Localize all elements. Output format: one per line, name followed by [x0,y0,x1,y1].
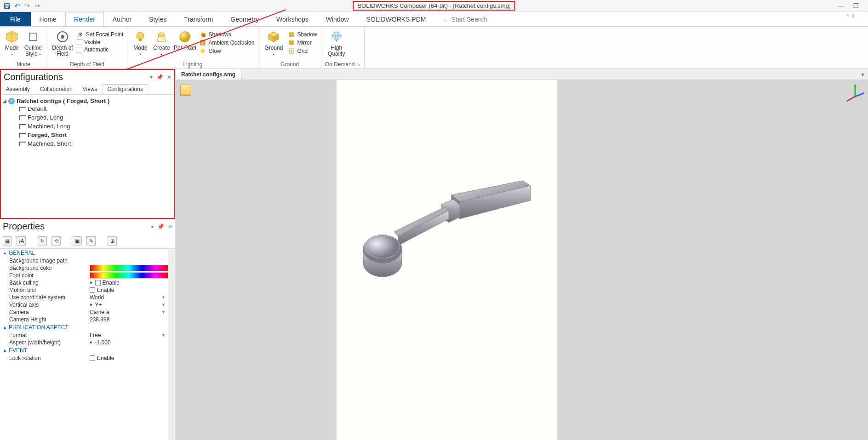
outline-style-button[interactable]: Outline Style ▾ [23,29,43,57]
props-row[interactable]: Lock rotationEnable [0,354,168,362]
pin-icon[interactable]: 📌 [156,74,163,80]
close-icon[interactable]: ✕ [168,223,172,230]
props-row[interactable]: Aspect (width/height)•-1.000 [0,339,168,346]
lighting-mode-button[interactable]: Mode▾ [131,29,149,57]
save-icon[interactable] [3,2,11,10]
prop-tool-camera[interactable]: ▣ [73,236,82,246]
props-row[interactable]: CameraCamera▼ [0,309,168,316]
config-forged-long[interactable]: Forged, Long [3,113,172,122]
tab-pdm[interactable]: SOLIDWORKS PDM [358,12,435,26]
qat-more-icon[interactable]: ═▾ [33,2,41,10]
mode-button[interactable]: Mode▾ [4,29,20,57]
prop-tool-categorize[interactable]: ▦ [3,236,12,246]
ground-grid-button[interactable]: Grid [288,47,317,55]
ambient-occlusion-button[interactable]: Ambient Occlusion [199,39,254,47]
document-tab[interactable]: Ratchet configs.smg [176,69,241,80]
ground-button[interactable]: Ground▾ [262,29,285,57]
tab-styles[interactable]: Styles [140,12,175,26]
config-machined-long[interactable]: Machined, Long [3,122,172,131]
tree-root[interactable]: ◢ Ratchet configs ( Forged, Short ) [3,97,172,104]
props-section-header[interactable]: ▲ PUBLICATION ASPECT [0,323,168,331]
undo-icon[interactable]: ↶ [13,2,21,10]
viewport-mode-icon[interactable] [180,85,191,96]
props-row[interactable]: Back culling•Enable [0,279,168,286]
dof-automatic-checkbox[interactable]: Automatic [77,46,123,53]
axis-triad[interactable] [845,83,865,104]
props-row[interactable]: FormatFree▼ [0,331,168,339]
props-section-header[interactable]: ▲ EVENT [0,346,168,354]
dof-button[interactable]: Depth of Field [51,29,74,57]
lighting-create-button[interactable]: Create▾ [152,29,171,57]
high-quality-label: High Quality [325,45,348,57]
props-row[interactable]: Vertical axis•Y+▼ [0,301,168,309]
ribbon-group-ground: Ground▾ Shadow Mirror Grid Ground [258,27,321,69]
dof-visible-checkbox[interactable]: Visible [77,39,123,46]
config-forged-short[interactable]: Forged, Short [3,131,172,139]
model-ratchet [350,177,534,296]
panel-dropdown-icon[interactable]: ▾ [150,74,153,80]
title-bar: ↶ ↷ ═▾ SOLIDWORKS Composer (64-bit) - [R… [0,0,868,12]
tab-transform[interactable]: Transform [175,12,222,26]
file-menu[interactable]: File [0,12,31,26]
tab-home[interactable]: Home [31,12,65,26]
tab-render[interactable]: Render [65,12,104,26]
props-row[interactable]: Background image path [0,257,168,264]
props-row[interactable]: Use coordinate systemWorld▼ [0,294,168,301]
set-focal-point-button[interactable]: ⊕Set Focal Point [77,30,123,39]
properties-title: Properties [3,221,151,232]
ribbon-group-lighting: Mode▾ Create▾ Per-Pixel Shadows Ambient … [127,27,258,69]
search-input[interactable] [451,16,566,23]
mirror-icon [288,39,295,46]
props-row[interactable]: Background color [0,264,168,272]
launcher-icon[interactable]: ⤡ [357,62,360,67]
tab-workshops[interactable]: Workshops [268,12,317,26]
tab-configurations[interactable]: Configurations [103,84,148,94]
collapse-icon[interactable]: ◢ [3,98,6,103]
high-quality-button[interactable]: High Quality [325,29,348,57]
help-link[interactable]: ㅅ ▯ [845,12,854,26]
prop-tool-refresh[interactable]: ↻ [38,236,47,246]
tab-assembly[interactable]: Assembly [1,84,35,94]
pin-icon[interactable]: 📌 [157,223,164,230]
tab-author[interactable]: Author [104,12,140,26]
tab-views[interactable]: Views [78,84,103,94]
tab-geometry[interactable]: Geometry [222,12,268,26]
svg-point-8 [61,35,64,39]
props-row[interactable]: Foot color [0,272,168,279]
props-row[interactable]: Motion blurEnable [0,286,168,294]
config-machined-short[interactable]: Machined, Short [3,139,172,148]
per-pixel-button[interactable]: Per-Pixel [173,29,196,51]
outline-style-label: Outline Style ▾ [23,45,43,57]
shadows-button[interactable]: Shadows [199,30,254,39]
close-icon[interactable]: ✕ [167,74,171,80]
props-section-header[interactable]: ▲ GENERAL [0,249,168,257]
glow-button[interactable]: Glow [199,47,254,55]
restore-button[interactable]: ❐ [853,2,859,9]
config-default[interactable]: Default [3,104,172,113]
svg-rect-15 [202,34,206,37]
flag-icon [19,107,26,111]
redo-icon[interactable]: ↷ [23,2,31,10]
scrollbar[interactable] [168,249,175,440]
prop-tool-grid[interactable]: ⊞ [108,236,117,246]
ground-shadow-button[interactable]: Shadow [288,30,317,39]
prop-tool-pick[interactable]: ✎ [86,236,96,246]
panel-dropdown-icon[interactable]: ▾ [151,223,154,230]
prop-tool-link[interactable]: ⟲ [51,236,61,246]
group-label-ground: Ground [262,60,317,68]
grid-icon [288,47,295,55]
minimize-button[interactable]: — [838,2,844,9]
ribbon-group-dof: Depth of Field ⊕Set Focal Point Visible … [47,27,127,69]
prop-tool-sort[interactable]: ↓A [17,236,26,246]
focal-icon: ⊕ [77,31,84,38]
tab-collaboration[interactable]: Collaboration [35,84,78,94]
cube-icon [5,29,19,44]
svg-line-40 [847,97,855,101]
configurations-tree: ◢ Ratchet configs ( Forged, Short ) Defa… [1,95,174,166]
lighting-create-label: Create▾ [153,45,170,57]
props-row[interactable]: Camera Height238.998 [0,316,168,323]
doc-tab-dropdown[interactable]: ▾ [857,69,868,80]
canvas-3d[interactable] [337,80,557,440]
tab-window[interactable]: Window [317,12,358,26]
ground-mirror-button[interactable]: Mirror [288,39,317,47]
